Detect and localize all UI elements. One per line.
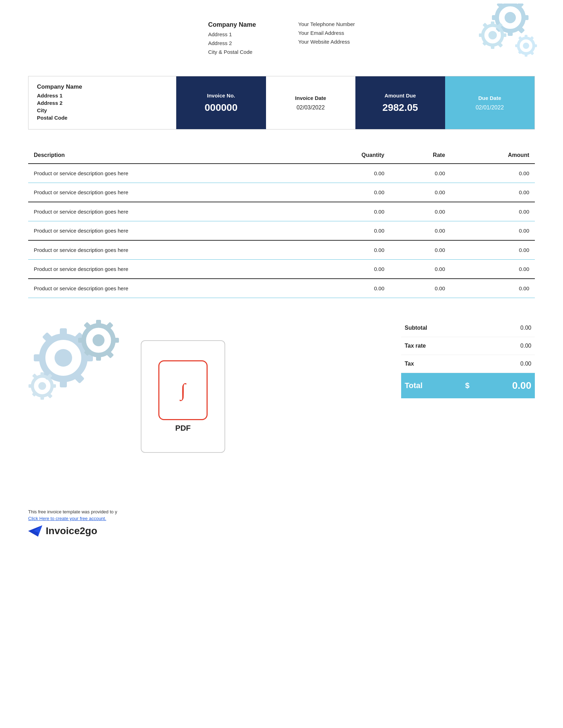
invoice-date-value: 02/03/2022 <box>297 105 325 111</box>
free-template-text: This free invoice template was provided … <box>28 509 401 514</box>
svg-rect-3 <box>508 30 513 36</box>
header-website: Your Website Address <box>298 39 355 45</box>
pdf-box: ∫ PDF <box>141 340 225 453</box>
header-company-name: Company Name <box>208 21 256 29</box>
svg-rect-13 <box>491 44 494 49</box>
gears-top-right-icon <box>464 4 542 67</box>
invoice-no-label: Invoice No. <box>207 93 235 99</box>
bill-address1: Address 1 <box>37 93 167 99</box>
row-amount: 0.00 <box>451 260 535 279</box>
row-quantity: 0.00 <box>302 183 390 202</box>
col-description-header: Description <box>28 147 302 164</box>
svg-rect-54 <box>51 384 56 388</box>
row-amount: 0.00 <box>451 202 535 221</box>
header-address2: Address 2 <box>208 40 256 46</box>
row-rate: 0.00 <box>390 260 451 279</box>
bottom-left: ∫ PDF This free invoice template was pro… <box>28 319 401 537</box>
svg-point-31 <box>55 349 72 367</box>
company-right-col: Your Telephone Number Your Email Address… <box>298 21 355 55</box>
header-address1: Address 1 <box>208 31 256 37</box>
due-date-cell: Due Date 02/01/2022 <box>445 76 535 129</box>
row-quantity: 0.00 <box>302 202 390 221</box>
company-info-top: Company Name Address 1 Address 2 City & … <box>208 21 355 55</box>
invoice-date-cell: Invoice Date 02/03/2022 <box>266 76 356 129</box>
invoice2go-brand-name: Invoice2go <box>46 525 97 537</box>
invoice-header-row: Company Name Address 1 Address 2 City Po… <box>28 76 535 129</box>
total-label: Total <box>405 381 423 390</box>
table-row: Product or service description goes here… <box>28 279 535 298</box>
svg-point-1 <box>505 12 516 23</box>
svg-rect-5 <box>492 15 498 20</box>
pdf-label: PDF <box>175 424 191 433</box>
svg-rect-23 <box>525 53 527 57</box>
row-rate: 0.00 <box>390 202 451 221</box>
svg-rect-24 <box>533 44 537 47</box>
company-left-col: Company Name Address 1 Address 2 City & … <box>208 21 256 55</box>
row-quantity: 0.00 <box>302 260 390 279</box>
gears-bottom-left-icon <box>28 319 141 411</box>
invoice2go-section: This free invoice template was provided … <box>28 509 401 537</box>
amount-due-cell: Amount Due 2982.05 <box>355 76 445 129</box>
row-description: Product or service description goes here <box>28 279 302 298</box>
row-description: Product or service description goes here <box>28 260 302 279</box>
bill-company-name: Company Name <box>37 83 167 90</box>
row-rate: 0.00 <box>390 240 451 260</box>
tax-value: 0.00 <box>520 361 531 367</box>
bill-address2: Address 2 <box>37 100 167 106</box>
svg-rect-52 <box>40 372 44 377</box>
invoice-meta: Invoice No. 000000 Invoice Date 02/03/20… <box>176 76 534 129</box>
svg-rect-53 <box>40 395 44 400</box>
invoice-main: Company Name Address 1 Address 2 City Po… <box>0 76 563 129</box>
row-amount: 0.00 <box>451 279 535 298</box>
items-table: Description Quantity Rate Amount Product… <box>28 147 535 298</box>
row-amount: 0.00 <box>451 183 535 202</box>
svg-point-51 <box>38 382 46 390</box>
row-description: Product or service description goes here <box>28 202 302 221</box>
header-city-postal: City & Postal Code <box>208 49 256 55</box>
bill-city: City <box>37 107 167 113</box>
row-rate: 0.00 <box>390 164 451 183</box>
header-telephone: Your Telephone Number <box>298 21 355 27</box>
svg-point-11 <box>488 31 497 39</box>
row-quantity: 0.00 <box>302 164 390 183</box>
total-final-row: Total $ 0.00 <box>401 373 535 398</box>
tax-rate-row: Tax rate 0.00 <box>401 337 535 355</box>
bill-postal: Postal Code <box>37 115 167 121</box>
subtotal-row: Subtotal 0.00 <box>401 319 535 337</box>
row-rate: 0.00 <box>390 183 451 202</box>
table-header-row: Description Quantity Rate Amount <box>28 147 535 164</box>
svg-rect-42 <box>96 320 101 326</box>
col-quantity-header: Quantity <box>302 147 390 164</box>
row-amount: 0.00 <box>451 164 535 183</box>
svg-rect-12 <box>491 21 494 26</box>
svg-rect-25 <box>515 44 519 47</box>
due-date-value: 02/01/2022 <box>476 105 504 111</box>
invoice2go-logo-icon <box>28 525 42 537</box>
row-amount: 0.00 <box>451 240 535 260</box>
totals-section: Subtotal 0.00 Tax rate 0.00 Tax 0.00 Tot… <box>401 319 535 398</box>
row-quantity: 0.00 <box>302 221 390 241</box>
col-rate-header: Rate <box>390 147 451 164</box>
pdf-symbol-icon: ∫ <box>181 381 185 399</box>
header-email: Your Email Address <box>298 30 355 36</box>
amount-due-value: 2982.05 <box>382 102 418 113</box>
row-quantity: 0.00 <box>302 240 390 260</box>
row-description: Product or service description goes here <box>28 221 302 241</box>
subtotal-value: 0.00 <box>520 325 531 331</box>
svg-rect-43 <box>96 354 101 361</box>
row-quantity: 0.00 <box>302 279 390 298</box>
svg-rect-44 <box>113 338 119 343</box>
table-row: Product or service description goes here… <box>28 202 535 221</box>
invoice-no-value: 000000 <box>205 102 238 113</box>
svg-rect-4 <box>522 15 529 20</box>
total-dollar-sign: $ <box>465 381 469 390</box>
click-here-link[interactable]: Click Here to create your free account. <box>28 516 401 521</box>
svg-rect-35 <box>34 354 43 361</box>
col-amount-header: Amount <box>451 147 535 164</box>
svg-rect-32 <box>60 328 67 337</box>
svg-rect-55 <box>29 384 33 388</box>
invoice-date-label: Invoice Date <box>295 95 326 101</box>
tax-row: Tax 0.00 <box>401 355 535 373</box>
svg-rect-14 <box>502 33 506 37</box>
amount-due-label: Amount Due <box>385 93 416 99</box>
